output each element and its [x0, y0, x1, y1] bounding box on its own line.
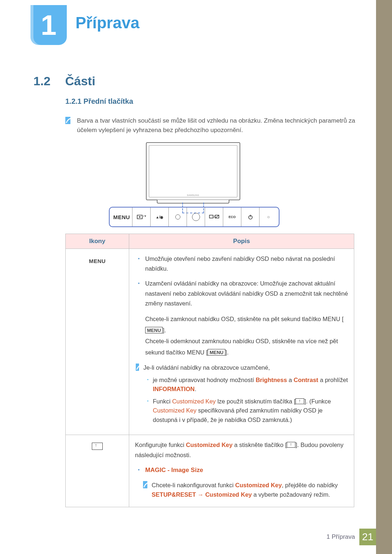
table-row: Konfigurujte funkci Customized Key a sti…: [66, 435, 354, 507]
note-icon: [143, 481, 147, 488]
footer-page-number: 21: [359, 529, 376, 545]
chapter-title: Příprava: [75, 14, 139, 32]
menu-box-icon: MENU: [208, 349, 225, 356]
inner-sub-2: Funkci Customized Key lze použít stisknu…: [143, 397, 348, 425]
footer-chapter-label: 1 Příprava: [327, 533, 355, 541]
right-margin-bar: [376, 0, 392, 554]
row2-note: Chcete-li nakonfigurovat funkci Customiz…: [142, 480, 348, 500]
svg-text:/: /: [214, 215, 215, 219]
svg-text:/▼: /▼: [143, 215, 146, 217]
note-icon: [136, 364, 139, 371]
panel-btn-auto-sm: [171, 208, 184, 226]
row1-icon-cell: MENU: [66, 249, 129, 435]
row2-line1: Konfigurujte funkci Customized Key a sti…: [135, 440, 348, 460]
monitor-screen: SAMSUNG: [149, 145, 237, 197]
row1-bullet1: Umožňuje otevření nebo zavření nabídky O…: [135, 254, 348, 274]
panel-btn-menu: MENU: [113, 208, 130, 226]
intro-note-row: Barva a tvar vlastních součástí se může …: [65, 116, 363, 135]
note-icon: [65, 117, 70, 124]
monitor-bezel: SAMSUNG: [146, 142, 240, 200]
inner-note-lead: Je-li ovládání nabídky na obrazovce uzam…: [143, 363, 348, 372]
menu-label: MENU: [89, 258, 106, 264]
panel-led: ○: [262, 208, 275, 226]
section-title: Části: [65, 74, 95, 88]
header-description: Popis: [129, 234, 354, 249]
header-icons: Ikony: [66, 234, 129, 249]
up-arrow-box-icon: [287, 442, 295, 448]
svg-line-6: [215, 215, 219, 218]
row2-icon-cell: [66, 435, 129, 507]
svg-point-1: [139, 216, 140, 218]
up-arrow-box-icon: [92, 443, 103, 450]
monitor-brand-label: SAMSUNG: [187, 194, 199, 196]
row1-desc-cell: Umožňuje otevření nebo zavření nabídky O…: [129, 249, 354, 435]
lock-instructions: Chcete-li zamknout nabídku OSD, stisknět…: [135, 313, 348, 358]
row1-bullet2: Uzamčení ovládání nabídky na obrazovce: …: [135, 279, 348, 308]
up-arrow-box-icon: [295, 398, 304, 404]
subsection-number: 1.2.1: [65, 97, 81, 105]
row2-option: MAGIC - Image Size: [135, 465, 348, 475]
intro-note-text: Barva a tvar vlastních součástí se může …: [77, 116, 363, 135]
panel-btn-source: /: [207, 208, 221, 226]
chapter-number-tab: 1: [30, 5, 67, 45]
section-heading: 1.2 Části: [33, 74, 95, 88]
row2-desc-cell: Konfigurujte funkci Customized Key a sti…: [129, 435, 354, 507]
subsection-title: Přední tlačítka: [83, 97, 133, 105]
menu-box-icon: MENU: [145, 327, 163, 333]
inner-note: Je-li ovládání nabídky na obrazovce uzam…: [135, 363, 348, 427]
panel-btn-up-adjust: ▲/◉: [153, 208, 166, 226]
page-footer: 1 Příprava 21: [0, 529, 376, 545]
row2-note-text: Chcete-li nakonfigurovat funkci Customiz…: [152, 480, 348, 500]
power-icon: [248, 214, 253, 219]
panel-btn-auto-lg: [189, 208, 203, 226]
buttons-description-table: Ikony Popis MENU Umožňuje otevření nebo …: [65, 234, 354, 507]
table-header-row: Ikony Popis: [66, 234, 354, 249]
panel-btn-brightness: /▼: [135, 208, 148, 226]
table-row: MENU Umožňuje otevření nebo zavření nabí…: [66, 249, 354, 435]
front-buttons-panel: MENU /▼ ▲/◉ / ECO ○: [109, 207, 279, 227]
section-number: 1.2: [33, 74, 62, 88]
svg-rect-3: [209, 215, 213, 218]
panel-btn-eco: ECO: [225, 208, 239, 226]
inner-sub-1: je možné upravovat hodnoty možností Brig…: [143, 376, 348, 394]
subsection-heading: 1.2.1 Přední tlačítka: [65, 97, 133, 106]
panel-btn-power: [244, 208, 257, 226]
